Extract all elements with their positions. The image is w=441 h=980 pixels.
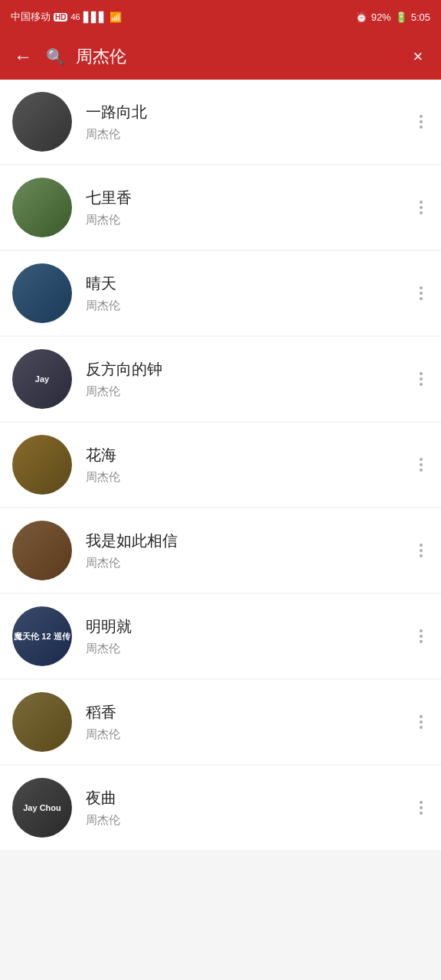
dot-icon: [420, 206, 423, 209]
dot-icon: [420, 549, 423, 552]
song-info: 花海 周杰伦: [86, 445, 413, 485]
alarm-icon: ⏰: [355, 11, 368, 23]
dot-icon: [420, 720, 423, 724]
thumb-label: 魔天伦 12 巡传: [12, 629, 71, 643]
song-info: 稻香 周杰伦: [86, 702, 413, 742]
dot-icon: [420, 292, 423, 295]
song-more-button[interactable]: [413, 452, 429, 478]
dot-icon: [420, 544, 423, 547]
song-title: 夜曲: [86, 788, 413, 808]
dot-icon: [420, 801, 423, 804]
song-artist: 周杰伦: [86, 642, 413, 656]
song-artist: 周杰伦: [86, 299, 413, 313]
song-thumbnail: [12, 521, 72, 580]
carrier-label: 中国移动: [11, 10, 51, 24]
song-thumbnail: Jay Chou: [12, 778, 72, 838]
dot-icon: [420, 297, 423, 300]
close-button[interactable]: ×: [406, 47, 430, 67]
song-thumbnail: [12, 92, 72, 152]
battery-icon: 🔋: [395, 11, 407, 23]
song-more-button[interactable]: [413, 280, 429, 306]
song-thumbnail: [12, 263, 72, 323]
battery-label: 92%: [371, 11, 391, 23]
song-artist: 周杰伦: [86, 127, 413, 142]
status-bar: 中国移动 HD 46 ▋▋▋ 📶 ⏰ 92% 🔋 5:05: [0, 0, 441, 34]
song-artist: 周杰伦: [86, 384, 413, 399]
dot-icon: [420, 126, 423, 129]
song-item[interactable]: 我是如此相信 周杰伦: [0, 508, 441, 593]
dot-icon: [420, 640, 423, 643]
search-icon: 🔍: [46, 47, 65, 66]
song-more-button[interactable]: [413, 709, 429, 735]
dot-icon: [420, 377, 423, 381]
dot-icon: [420, 458, 423, 461]
song-title: 花海: [86, 445, 413, 466]
dot-icon: [420, 715, 423, 718]
song-title: 一路向北: [86, 102, 413, 122]
song-title: 反方向的钟: [86, 359, 413, 380]
dot-icon: [420, 201, 423, 204]
wifi-icon: 📶: [109, 11, 122, 23]
song-thumbnail: 魔天伦 12 巡传: [12, 606, 72, 666]
song-thumbnail: [12, 435, 72, 495]
dot-icon: [420, 806, 423, 809]
signal-icon: ▋▋▋: [83, 11, 106, 23]
song-artist: 周杰伦: [86, 727, 413, 742]
song-info: 晴天 周杰伦: [86, 273, 413, 313]
status-left: 中国移动 HD 46 ▋▋▋ 📶: [11, 10, 122, 24]
song-thumbnail: [12, 692, 72, 752]
song-item[interactable]: 晴天 周杰伦: [0, 251, 441, 335]
song-artist: 周杰伦: [86, 813, 413, 828]
song-title: 明明就: [86, 616, 413, 637]
song-title: 稻香: [86, 702, 413, 723]
dot-icon: [420, 726, 423, 729]
song-title: 我是如此相信: [86, 531, 413, 551]
time-label: 5:05: [411, 11, 430, 23]
dot-icon: [420, 286, 423, 289]
song-item[interactable]: 魔天伦 12 巡传 明明就 周杰伦: [0, 594, 441, 678]
song-item[interactable]: Jay Chou 夜曲 周杰伦: [0, 766, 441, 850]
song-thumbnail: Jay: [12, 349, 72, 409]
song-info: 反方向的钟 周杰伦: [86, 359, 413, 399]
dot-icon: [420, 629, 423, 632]
dot-icon: [420, 211, 423, 214]
song-item[interactable]: Jay 反方向的钟 周杰伦: [0, 337, 441, 421]
dot-icon: [420, 115, 423, 118]
dot-icon: [420, 463, 423, 466]
song-more-button[interactable]: [413, 795, 429, 821]
song-thumbnail: [12, 178, 72, 237]
song-artist: 周杰伦: [86, 556, 413, 570]
song-more-button[interactable]: [413, 623, 429, 649]
dot-icon: [420, 120, 423, 123]
song-list: 一路向北 周杰伦 七里香 周杰伦 晴天 周杰伦: [0, 80, 441, 850]
dot-icon: [420, 554, 423, 557]
song-more-button[interactable]: [413, 537, 429, 564]
song-item[interactable]: 稻香 周杰伦: [0, 680, 441, 764]
dot-icon: [420, 812, 423, 815]
song-title: 七里香: [86, 188, 413, 208]
song-info: 我是如此相信 周杰伦: [86, 531, 413, 570]
thumb-label: Jay: [34, 372, 51, 386]
song-item[interactable]: 七里香 周杰伦: [0, 165, 441, 250]
thumb-label: Jay Chou: [21, 801, 63, 815]
hd-badge: HD: [54, 13, 67, 21]
song-item[interactable]: 一路向北 周杰伦: [0, 80, 441, 164]
network-label: 46: [70, 12, 80, 21]
song-artist: 周杰伦: [86, 470, 413, 485]
dot-icon: [420, 469, 423, 472]
search-query-text: 周杰伦: [76, 45, 395, 68]
song-more-button[interactable]: [413, 194, 429, 220]
dot-icon: [420, 635, 423, 638]
song-info: 七里香 周杰伦: [86, 188, 413, 227]
dot-icon: [420, 383, 423, 386]
song-more-button[interactable]: [413, 109, 429, 135]
song-more-button[interactable]: [413, 366, 429, 392]
song-item[interactable]: 花海 周杰伦: [0, 423, 441, 507]
song-info: 夜曲 周杰伦: [86, 788, 413, 828]
song-info: 一路向北 周杰伦: [86, 102, 413, 142]
dot-icon: [420, 372, 423, 375]
song-title: 晴天: [86, 273, 413, 294]
status-right: ⏰ 92% 🔋 5:05: [355, 11, 430, 23]
song-info: 明明就 周杰伦: [86, 616, 413, 656]
back-button[interactable]: ←: [11, 46, 35, 67]
